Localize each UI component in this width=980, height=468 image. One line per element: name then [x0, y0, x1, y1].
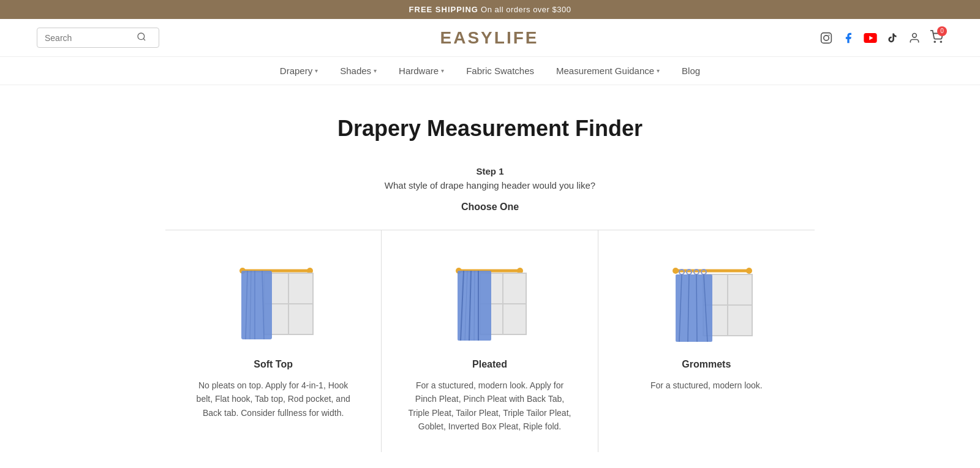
- card-pleated-title: Pleated: [472, 359, 507, 370]
- svg-point-4: [829, 34, 830, 36]
- grommets-illustration: [657, 249, 755, 347]
- chevron-down-icon: ▾: [374, 67, 377, 74]
- card-grommets[interactable]: Grommets For a stuctured, modern look.: [598, 230, 815, 452]
- cart-button[interactable]: 0: [930, 30, 943, 46]
- search-icon: [137, 32, 146, 43]
- page-title: Drapery Measurement Finder: [165, 116, 815, 142]
- chevron-down-icon: ▾: [657, 67, 660, 74]
- nav-item-blog[interactable]: Blog: [682, 66, 700, 76]
- free-shipping-text: On all orders over $300: [481, 5, 571, 14]
- user-icon[interactable]: [908, 31, 921, 45]
- cart-badge: 0: [937, 26, 947, 36]
- svg-line-1: [143, 39, 145, 40]
- main-content: Drapery Measurement Finder Step 1 What s…: [153, 85, 827, 468]
- chevron-down-icon: ▾: [315, 67, 318, 74]
- card-soft-top-title: Soft Top: [254, 359, 293, 370]
- nav-item-drapery[interactable]: Drapery ▾: [280, 66, 318, 76]
- header-icons: 0: [820, 30, 943, 46]
- svg-point-34: [673, 268, 679, 274]
- search-box[interactable]: [37, 28, 159, 48]
- site-logo[interactable]: EASYLIFE: [440, 28, 539, 48]
- nav-item-measurement-guidance[interactable]: Measurement Guidance ▾: [556, 66, 660, 76]
- main-nav: Drapery ▾ Shades ▾ Hardware ▾ Fabric Swa…: [0, 57, 980, 85]
- soft-top-illustration: [224, 249, 322, 347]
- svg-point-0: [138, 33, 145, 40]
- svg-point-8: [934, 41, 935, 42]
- free-shipping-bold: FREE SHIPPING: [409, 5, 478, 14]
- youtube-icon[interactable]: [864, 31, 877, 45]
- facebook-icon[interactable]: [842, 31, 855, 45]
- top-banner: FREE SHIPPING On all orders over $300: [0, 0, 980, 19]
- nav-item-shades[interactable]: Shades ▾: [340, 66, 377, 76]
- header: EASYLIFE: [0, 19, 980, 57]
- search-input[interactable]: [45, 33, 137, 43]
- cards-grid: Soft Top No pleats on top. Apply for 4-i…: [165, 230, 815, 452]
- svg-point-7: [913, 33, 917, 37]
- chevron-down-icon: ▾: [441, 67, 444, 74]
- nav-item-hardware[interactable]: Hardware ▾: [399, 66, 444, 76]
- card-grommets-title: Grommets: [682, 359, 731, 370]
- card-pleated-desc: For a stuctured, modern look. Apply for …: [406, 379, 573, 434]
- card-pleated[interactable]: Pleated For a stuctured, modern look. Ap…: [382, 230, 598, 452]
- choose-one-label: Choose One: [165, 202, 815, 213]
- card-soft-top-desc: No pleats on top. Apply for 4-in-1, Hook…: [190, 379, 356, 420]
- svg-point-9: [940, 41, 941, 42]
- svg-point-3: [824, 35, 829, 40]
- svg-point-35: [746, 268, 752, 274]
- instagram-icon[interactable]: [820, 31, 833, 45]
- pleated-illustration: [440, 249, 538, 347]
- step-label: Step 1: [165, 166, 815, 176]
- card-soft-top[interactable]: Soft Top No pleats on top. Apply for 4-i…: [165, 230, 382, 452]
- svg-rect-2: [821, 32, 832, 43]
- card-grommets-desc: For a stuctured, modern look.: [650, 379, 763, 392]
- tiktok-icon[interactable]: [886, 31, 899, 45]
- step-question: What style of drape hanging header would…: [165, 180, 815, 191]
- svg-line-46: [696, 274, 697, 342]
- nav-item-fabric-swatches[interactable]: Fabric Swatches: [466, 66, 534, 76]
